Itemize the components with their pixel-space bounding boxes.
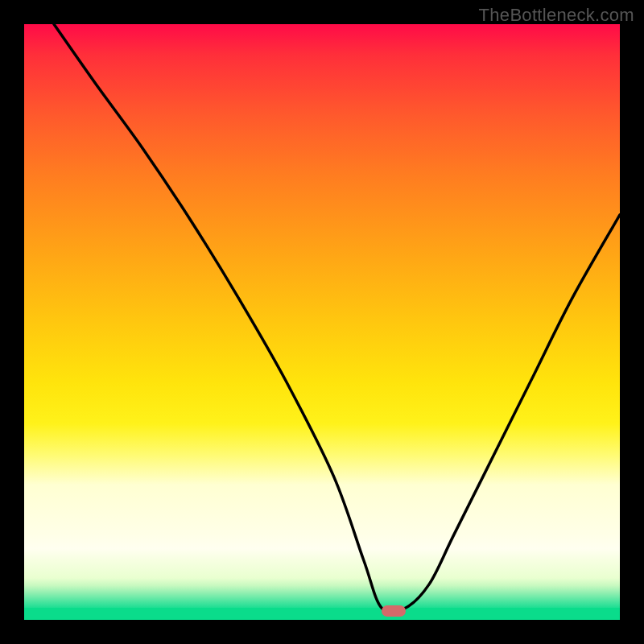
- curve-path: [54, 24, 620, 613]
- watermark-text: TheBottleneck.com: [479, 5, 634, 26]
- bottleneck-curve: [24, 24, 620, 620]
- plot-area: [24, 24, 620, 620]
- chart-frame: TheBottleneck.com: [0, 0, 644, 644]
- optimal-marker: [382, 605, 406, 617]
